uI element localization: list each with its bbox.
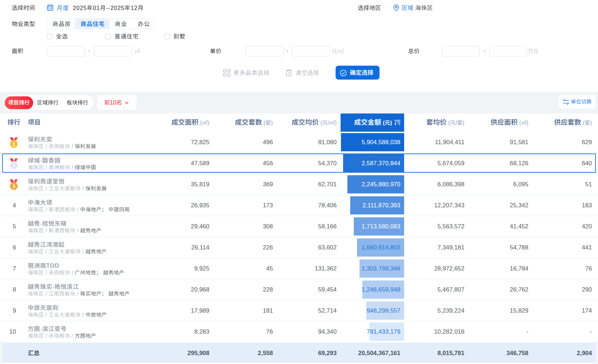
svg-text:): ) [390, 120, 392, 126]
svg-text:(: ( [381, 120, 385, 126]
svg-text:(: ( [518, 120, 521, 126]
svg-text:/: / [70, 270, 75, 276]
svg-text:): ) [463, 120, 464, 126]
svg-text:(: ( [262, 120, 266, 126]
svg-text:/: / [337, 48, 339, 54]
svg-text:): ) [335, 120, 337, 126]
svg-text:2025: 2025 [73, 5, 87, 11]
svg-text:/: / [44, 333, 49, 339]
svg-text:/: / [81, 312, 85, 318]
svg-text:): ) [590, 120, 592, 126]
svg-text:(: ( [319, 120, 322, 126]
svg-text:/: / [81, 186, 85, 192]
svg-text:/: / [44, 228, 49, 234]
svg-text:): ) [271, 120, 273, 126]
svg-text:/: / [44, 270, 49, 276]
svg-text:1: 1 [12, 141, 15, 147]
svg-text:10: 10 [110, 100, 116, 106]
svg-text:): ) [527, 120, 528, 126]
svg-text:/: / [44, 249, 49, 255]
svg-text:01: 01 [93, 5, 100, 11]
svg-text:(: ( [581, 120, 585, 126]
svg-text:/: / [75, 291, 80, 297]
svg-text:(: ( [447, 120, 450, 126]
svg-text:TOD: TOD [46, 262, 60, 269]
svg-text:/: / [44, 312, 49, 318]
svg-text:/: / [44, 291, 49, 297]
svg-text:/: / [70, 144, 75, 150]
svg-text:/: / [81, 249, 85, 255]
svg-text:/: / [44, 186, 49, 192]
svg-text:(: ( [199, 120, 202, 126]
svg-text:/: / [456, 120, 457, 126]
svg-text:/: / [328, 120, 330, 126]
svg-text:3: 3 [12, 183, 15, 189]
svg-text:/: / [44, 207, 49, 213]
svg-text:/: / [75, 228, 80, 234]
svg-text:): ) [207, 120, 209, 126]
svg-text:/: / [70, 333, 75, 339]
svg-text:/: / [44, 144, 49, 150]
svg-text:/: / [75, 207, 80, 213]
svg-text:2025: 2025 [111, 5, 125, 11]
svg-text:12: 12 [131, 5, 138, 11]
svg-text:--: -- [106, 5, 111, 11]
